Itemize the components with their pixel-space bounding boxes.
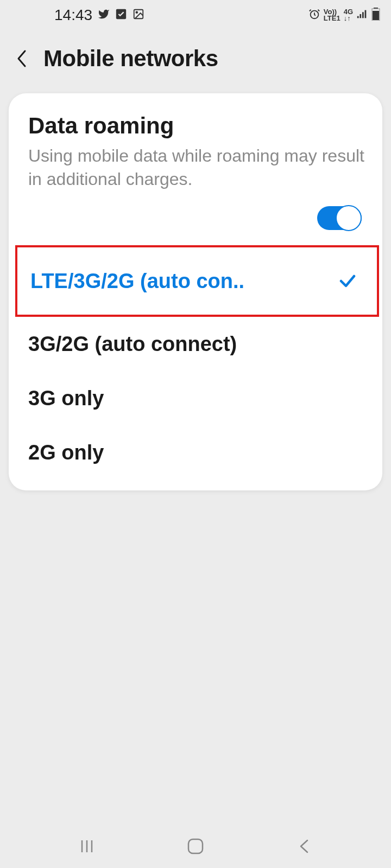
- status-left: 14:43: [54, 7, 144, 24]
- image-icon: [133, 8, 144, 22]
- signal-icon: [356, 8, 368, 22]
- check-icon: [338, 271, 357, 291]
- data-roaming-toggle-row: [28, 206, 368, 230]
- netgen-indicator: 4G ↓↑: [344, 9, 353, 22]
- navigation-bar: [0, 825, 391, 868]
- twitter-icon: [98, 8, 110, 22]
- option-label: 2G only: [28, 441, 104, 464]
- option-label: 3G only: [28, 387, 104, 410]
- home-button[interactable]: [185, 835, 206, 857]
- network-mode-option-2g-only[interactable]: 2G only: [28, 425, 368, 480]
- status-bar: 14:43 Vo)) LTE1 4G ↓↑: [0, 0, 391, 30]
- nav-back-button[interactable]: [293, 835, 315, 857]
- svg-point-2: [136, 11, 137, 13]
- svg-rect-4: [357, 16, 359, 18]
- battery-icon: [371, 8, 380, 23]
- svg-rect-10: [373, 11, 379, 20]
- back-button[interactable]: [13, 46, 30, 72]
- settings-card: Data roaming Using mobile data while roa…: [9, 93, 382, 490]
- option-label: 3G/2G (auto connect): [28, 333, 237, 356]
- data-roaming-toggle[interactable]: [317, 206, 362, 230]
- status-right: Vo)) LTE1 4G ↓↑: [308, 8, 380, 23]
- volte-indicator: Vo)) LTE1: [324, 9, 340, 22]
- svg-rect-5: [360, 14, 361, 18]
- svg-rect-14: [188, 839, 203, 853]
- data-roaming-title: Data roaming: [28, 113, 368, 139]
- status-time: 14:43: [54, 7, 92, 24]
- page-title: Mobile networks: [43, 46, 218, 72]
- svg-rect-6: [362, 12, 364, 18]
- option-label: LTE/3G/2G (auto con..: [30, 270, 244, 293]
- network-mode-option-lte-3g-2g[interactable]: LTE/3G/2G (auto con..: [30, 254, 364, 308]
- alarm-icon: [308, 8, 320, 22]
- data-roaming-description: Using mobile data while roaming may resu…: [28, 144, 368, 191]
- network-mode-option-3g-2g[interactable]: 3G/2G (auto connect): [28, 317, 368, 371]
- network-mode-option-3g-only[interactable]: 3G only: [28, 371, 368, 425]
- svg-rect-7: [365, 10, 367, 18]
- app-header: Mobile networks: [0, 30, 391, 93]
- status-notification-icons: [98, 8, 144, 22]
- highlight-annotation: LTE/3G/2G (auto con..: [15, 245, 379, 317]
- checkbox-icon: [115, 8, 127, 22]
- recents-button[interactable]: [76, 835, 98, 857]
- toggle-knob: [336, 205, 362, 231]
